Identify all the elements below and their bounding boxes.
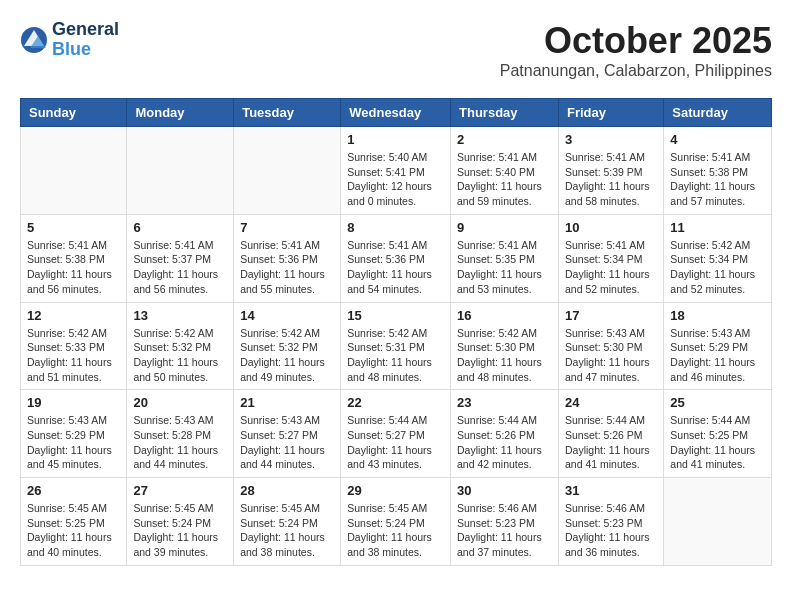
calendar-cell: 3Sunrise: 5:41 AM Sunset: 5:39 PM Daylig… xyxy=(558,127,663,215)
day-number: 2 xyxy=(457,132,552,147)
day-number: 23 xyxy=(457,395,552,410)
weekday-header-saturday: Saturday xyxy=(664,99,772,127)
week-row-3: 12Sunrise: 5:42 AM Sunset: 5:33 PM Dayli… xyxy=(21,302,772,390)
day-info: Sunrise: 5:43 AM Sunset: 5:28 PM Dayligh… xyxy=(133,413,227,472)
logo-line2: Blue xyxy=(52,40,119,60)
weekday-header-thursday: Thursday xyxy=(451,99,559,127)
day-number: 8 xyxy=(347,220,444,235)
logo: General Blue xyxy=(20,20,119,60)
title-section: October 2025 Patnanungan, Calabarzon, Ph… xyxy=(500,20,772,80)
day-number: 22 xyxy=(347,395,444,410)
day-info: Sunrise: 5:43 AM Sunset: 5:29 PM Dayligh… xyxy=(27,413,120,472)
day-number: 25 xyxy=(670,395,765,410)
logo-line1: General xyxy=(52,20,119,40)
calendar-cell: 2Sunrise: 5:41 AM Sunset: 5:40 PM Daylig… xyxy=(451,127,559,215)
day-info: Sunrise: 5:45 AM Sunset: 5:25 PM Dayligh… xyxy=(27,501,120,560)
day-number: 13 xyxy=(133,308,227,323)
day-number: 17 xyxy=(565,308,657,323)
day-info: Sunrise: 5:45 AM Sunset: 5:24 PM Dayligh… xyxy=(133,501,227,560)
day-number: 6 xyxy=(133,220,227,235)
calendar-cell: 22Sunrise: 5:44 AM Sunset: 5:27 PM Dayli… xyxy=(341,390,451,478)
day-info: Sunrise: 5:41 AM Sunset: 5:38 PM Dayligh… xyxy=(670,150,765,209)
day-info: Sunrise: 5:43 AM Sunset: 5:29 PM Dayligh… xyxy=(670,326,765,385)
day-info: Sunrise: 5:41 AM Sunset: 5:34 PM Dayligh… xyxy=(565,238,657,297)
day-info: Sunrise: 5:42 AM Sunset: 5:30 PM Dayligh… xyxy=(457,326,552,385)
day-info: Sunrise: 5:42 AM Sunset: 5:32 PM Dayligh… xyxy=(133,326,227,385)
day-info: Sunrise: 5:41 AM Sunset: 5:36 PM Dayligh… xyxy=(347,238,444,297)
day-number: 11 xyxy=(670,220,765,235)
day-info: Sunrise: 5:42 AM Sunset: 5:33 PM Dayligh… xyxy=(27,326,120,385)
calendar-cell: 20Sunrise: 5:43 AM Sunset: 5:28 PM Dayli… xyxy=(127,390,234,478)
week-row-4: 19Sunrise: 5:43 AM Sunset: 5:29 PM Dayli… xyxy=(21,390,772,478)
day-info: Sunrise: 5:44 AM Sunset: 5:26 PM Dayligh… xyxy=(457,413,552,472)
calendar-cell: 12Sunrise: 5:42 AM Sunset: 5:33 PM Dayli… xyxy=(21,302,127,390)
weekday-header-row: SundayMondayTuesdayWednesdayThursdayFrid… xyxy=(21,99,772,127)
day-info: Sunrise: 5:41 AM Sunset: 5:39 PM Dayligh… xyxy=(565,150,657,209)
month-title: October 2025 xyxy=(500,20,772,62)
day-info: Sunrise: 5:40 AM Sunset: 5:41 PM Dayligh… xyxy=(347,150,444,209)
day-number: 19 xyxy=(27,395,120,410)
day-number: 7 xyxy=(240,220,334,235)
calendar-cell: 16Sunrise: 5:42 AM Sunset: 5:30 PM Dayli… xyxy=(451,302,559,390)
day-number: 16 xyxy=(457,308,552,323)
day-number: 24 xyxy=(565,395,657,410)
weekday-header-sunday: Sunday xyxy=(21,99,127,127)
day-number: 3 xyxy=(565,132,657,147)
day-info: Sunrise: 5:46 AM Sunset: 5:23 PM Dayligh… xyxy=(565,501,657,560)
calendar-cell: 29Sunrise: 5:45 AM Sunset: 5:24 PM Dayli… xyxy=(341,478,451,566)
week-row-5: 26Sunrise: 5:45 AM Sunset: 5:25 PM Dayli… xyxy=(21,478,772,566)
day-info: Sunrise: 5:41 AM Sunset: 5:38 PM Dayligh… xyxy=(27,238,120,297)
weekday-header-wednesday: Wednesday xyxy=(341,99,451,127)
day-number: 28 xyxy=(240,483,334,498)
day-info: Sunrise: 5:43 AM Sunset: 5:30 PM Dayligh… xyxy=(565,326,657,385)
calendar-cell: 26Sunrise: 5:45 AM Sunset: 5:25 PM Dayli… xyxy=(21,478,127,566)
day-info: Sunrise: 5:41 AM Sunset: 5:35 PM Dayligh… xyxy=(457,238,552,297)
calendar-cell: 8Sunrise: 5:41 AM Sunset: 5:36 PM Daylig… xyxy=(341,214,451,302)
day-info: Sunrise: 5:44 AM Sunset: 5:26 PM Dayligh… xyxy=(565,413,657,472)
weekday-header-friday: Friday xyxy=(558,99,663,127)
logo-icon xyxy=(20,26,48,54)
calendar-cell: 11Sunrise: 5:42 AM Sunset: 5:34 PM Dayli… xyxy=(664,214,772,302)
calendar-cell: 30Sunrise: 5:46 AM Sunset: 5:23 PM Dayli… xyxy=(451,478,559,566)
day-number: 21 xyxy=(240,395,334,410)
calendar-cell: 7Sunrise: 5:41 AM Sunset: 5:36 PM Daylig… xyxy=(234,214,341,302)
week-row-2: 5Sunrise: 5:41 AM Sunset: 5:38 PM Daylig… xyxy=(21,214,772,302)
calendar-cell: 23Sunrise: 5:44 AM Sunset: 5:26 PM Dayli… xyxy=(451,390,559,478)
day-info: Sunrise: 5:46 AM Sunset: 5:23 PM Dayligh… xyxy=(457,501,552,560)
day-number: 14 xyxy=(240,308,334,323)
calendar-cell xyxy=(127,127,234,215)
day-number: 1 xyxy=(347,132,444,147)
day-info: Sunrise: 5:41 AM Sunset: 5:40 PM Dayligh… xyxy=(457,150,552,209)
calendar-cell: 10Sunrise: 5:41 AM Sunset: 5:34 PM Dayli… xyxy=(558,214,663,302)
day-number: 9 xyxy=(457,220,552,235)
weekday-header-tuesday: Tuesday xyxy=(234,99,341,127)
week-row-1: 1Sunrise: 5:40 AM Sunset: 5:41 PM Daylig… xyxy=(21,127,772,215)
day-info: Sunrise: 5:42 AM Sunset: 5:31 PM Dayligh… xyxy=(347,326,444,385)
day-number: 20 xyxy=(133,395,227,410)
day-info: Sunrise: 5:45 AM Sunset: 5:24 PM Dayligh… xyxy=(240,501,334,560)
day-number: 15 xyxy=(347,308,444,323)
weekday-header-monday: Monday xyxy=(127,99,234,127)
day-info: Sunrise: 5:43 AM Sunset: 5:27 PM Dayligh… xyxy=(240,413,334,472)
day-info: Sunrise: 5:41 AM Sunset: 5:36 PM Dayligh… xyxy=(240,238,334,297)
day-number: 18 xyxy=(670,308,765,323)
calendar-cell: 31Sunrise: 5:46 AM Sunset: 5:23 PM Dayli… xyxy=(558,478,663,566)
day-number: 29 xyxy=(347,483,444,498)
calendar-cell: 17Sunrise: 5:43 AM Sunset: 5:30 PM Dayli… xyxy=(558,302,663,390)
day-info: Sunrise: 5:44 AM Sunset: 5:25 PM Dayligh… xyxy=(670,413,765,472)
day-info: Sunrise: 5:44 AM Sunset: 5:27 PM Dayligh… xyxy=(347,413,444,472)
calendar-cell: 27Sunrise: 5:45 AM Sunset: 5:24 PM Dayli… xyxy=(127,478,234,566)
calendar-cell: 24Sunrise: 5:44 AM Sunset: 5:26 PM Dayli… xyxy=(558,390,663,478)
day-number: 10 xyxy=(565,220,657,235)
calendar: SundayMondayTuesdayWednesdayThursdayFrid… xyxy=(20,98,772,566)
day-number: 12 xyxy=(27,308,120,323)
day-info: Sunrise: 5:41 AM Sunset: 5:37 PM Dayligh… xyxy=(133,238,227,297)
day-number: 26 xyxy=(27,483,120,498)
day-info: Sunrise: 5:42 AM Sunset: 5:34 PM Dayligh… xyxy=(670,238,765,297)
day-number: 31 xyxy=(565,483,657,498)
day-info: Sunrise: 5:42 AM Sunset: 5:32 PM Dayligh… xyxy=(240,326,334,385)
calendar-cell: 9Sunrise: 5:41 AM Sunset: 5:35 PM Daylig… xyxy=(451,214,559,302)
calendar-cell: 21Sunrise: 5:43 AM Sunset: 5:27 PM Dayli… xyxy=(234,390,341,478)
calendar-cell: 15Sunrise: 5:42 AM Sunset: 5:31 PM Dayli… xyxy=(341,302,451,390)
calendar-cell: 4Sunrise: 5:41 AM Sunset: 5:38 PM Daylig… xyxy=(664,127,772,215)
